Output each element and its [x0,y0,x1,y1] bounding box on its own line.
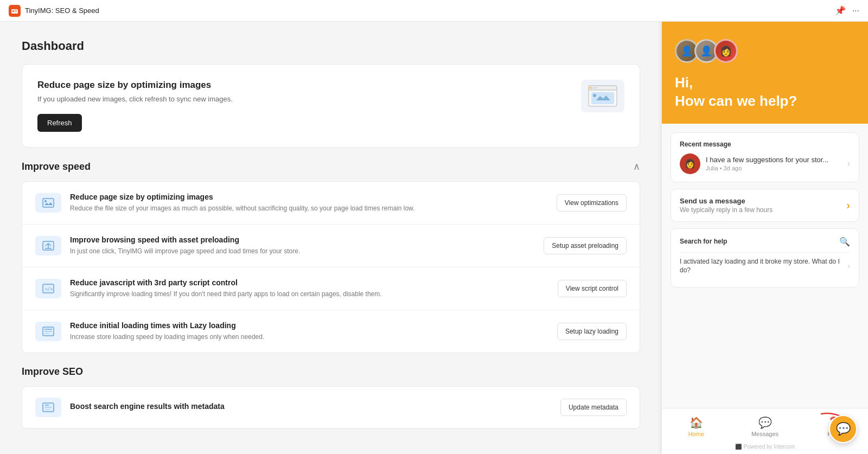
recent-message-label: Recent message [680,140,850,148]
hero-card-title: Reduce page size by optimizing images [37,80,570,91]
feature-desc-preloading: In just one click, TinyIMG will improve … [70,246,535,256]
message-arrow-icon: › [847,159,850,169]
intercom-logo-icon: ⬛ [735,444,742,450]
search-help-card: Search for help 🔍 I activated lazy loadi… [671,228,859,288]
app-branding: TinyIMG: SEO & Speed [9,5,99,17]
messages-icon: 💬 [758,416,772,429]
metadata-feature-icon [35,398,61,417]
seo-item-metadata: Boost search engine results with metadat… [22,387,640,429]
chat-panel: 👤 👤 👩 Hi, How can we help? Recent messag… [662,22,868,454]
app-title: TinyIMG: SEO & Speed [25,7,99,15]
feature-title-lazy: Reduce initial loading times with Lazy l… [70,321,548,330]
feature-title-preloading: Improve browsing speed with asset preloa… [70,235,535,244]
svg-point-5 [593,87,595,89]
message-time: 3d ago [724,165,742,171]
search-help-label: Search for help [680,238,727,245]
feature-desc-images: Reduce the file size of your images as m… [70,203,548,213]
recent-message-item: 👩 I have a few suggestions for your stor… [680,154,850,174]
svg-text:</>: </> [45,287,53,292]
nav-messages[interactable]: 💬 Messages [731,414,800,439]
feature-content-preloading: Improve browsing speed with asset preloa… [70,235,535,256]
svg-point-4 [590,87,592,89]
message-sender: Julia [706,165,718,171]
search-help-header: Search for help 🔍 [680,236,850,247]
hero-card-content: Reduce page size by optimizing images If… [37,80,570,132]
feature-item-lazy: Reduce initial loading times with Lazy l… [22,310,640,353]
message-text: I have a few suggestions for your stor..… [706,156,842,164]
view-optimizations-button[interactable]: View optimizations [557,194,627,212]
chat-bubble-icon: 💬 [836,422,851,436]
feature-desc-lazy: Increase store loading speed by loading … [70,332,548,342]
feature-content-scripts: Reduce javascript with 3rd party script … [70,278,549,299]
svg-point-10 [44,200,47,202]
svg-point-6 [596,87,597,89]
feature-desc-scripts: Significantly improve loading times! If … [70,289,549,299]
chat-bubble-button[interactable]: 💬 [829,415,857,443]
send-message-subtitle: We typically reply in a few hours [680,206,846,214]
scripts-feature-icon: </> [35,279,61,298]
messages-label: Messages [751,431,778,437]
support-avatar-3: 👩 [714,39,738,63]
improve-seo-list: Boost search engine results with metadat… [22,386,640,429]
send-message-arrow-icon: › [846,199,850,212]
improve-seo-title: Improve SEO [22,366,640,378]
refresh-button[interactable]: Refresh [37,114,82,132]
improve-speed-title: Improve speed [22,161,91,172]
chat-header: 👤 👤 👩 Hi, How can we help? [662,22,868,124]
send-message-content: Send us a message We typically reply in … [680,197,846,214]
chat-greeting: Hi, How can we help? [675,74,855,111]
setup-lazy-loading-button[interactable]: Setup lazy loading [557,323,627,340]
message-content: I have a few suggestions for your stor..… [706,156,842,171]
feature-content-lazy: Reduce initial loading times with Lazy l… [70,321,548,342]
greeting-line1: Hi, [675,74,855,92]
seo-title-metadata: Boost search engine results with metadat… [70,402,552,411]
feature-item-scripts: </> Reduce javascript with 3rd party scr… [22,267,640,310]
improve-speed-list: Reduce page size by optimizing images Re… [22,181,640,353]
view-script-control-button[interactable]: View script control [558,280,627,297]
feature-content-images: Reduce page size by optimizing images Re… [70,193,548,213]
svg-point-8 [593,94,596,97]
preloading-feature-icon [35,236,61,255]
intercom-powered: ⬛ Powered by Intercom [662,442,868,454]
nav-home[interactable]: 🏠 Home [662,414,731,439]
julia-avatar: 👩 [680,154,700,174]
send-message-title: Send us a message [680,197,846,205]
home-icon: 🏠 [690,416,703,429]
recent-message-card[interactable]: Recent message 👩 I have a few suggestion… [671,132,859,182]
update-metadata-button[interactable]: Update metadata [560,399,627,416]
more-options-icon[interactable]: ··· [852,6,859,16]
send-message-card[interactable]: Send us a message We typically reply in … [671,189,859,222]
powered-by-text: Powered by Intercom [744,444,795,450]
collapse-icon[interactable]: ∧ [633,161,640,172]
improve-speed-header: Improve speed ∧ [22,161,640,172]
seo-content-metadata: Boost search engine results with metadat… [70,402,552,413]
top-bar: TinyIMG: SEO & Speed 📌 ··· [0,0,868,22]
top-bar-actions: 📌 ··· [835,5,859,16]
images-feature-icon [35,193,61,213]
lazy-feature-icon [35,322,61,341]
hero-card-description: If you uploaded new images, click refres… [37,95,570,103]
hero-card-image [581,80,624,112]
search-icon[interactable]: 🔍 [839,236,850,247]
main-layout: Dashboard Reduce page size by optimizing… [0,22,868,454]
search-result-arrow-icon: › [847,261,850,270]
pin-icon[interactable]: 📌 [835,5,846,16]
greeting-line2: How can we help? [675,92,855,111]
content-area: Dashboard Reduce page size by optimizing… [0,22,662,454]
message-separator: • [720,165,724,171]
feature-item-images: Reduce page size by optimizing images Re… [22,182,640,225]
message-meta: Julia • 3d ago [706,165,842,171]
setup-preloading-button[interactable]: Setup asset preloading [544,237,627,254]
feature-title-images: Reduce page size by optimizing images [70,193,548,201]
feature-title-scripts: Reduce javascript with 3rd party script … [70,278,549,287]
search-result-text: I activated lazy loading and it broke my… [680,257,843,276]
support-avatars: 👤 👤 👩 [675,39,855,63]
home-label: Home [688,431,704,437]
svg-point-1 [12,10,14,12]
chat-body: Recent message 👩 I have a few suggestion… [662,124,868,408]
search-result-lazy[interactable]: I activated lazy loading and it broke my… [680,252,850,280]
page-title: Dashboard [22,39,640,53]
app-logo [9,5,21,17]
feature-item-preloading: Improve browsing speed with asset preloa… [22,225,640,267]
svg-rect-9 [43,199,54,207]
